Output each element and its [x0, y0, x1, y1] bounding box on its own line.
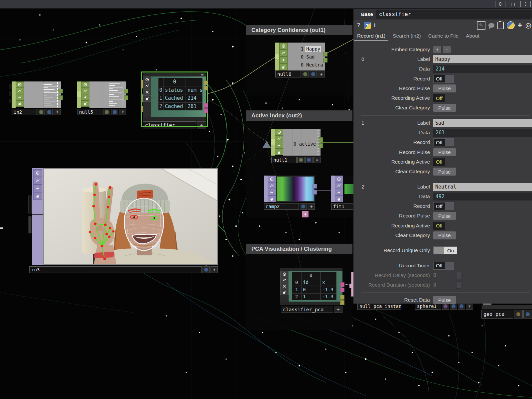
render-flag-icon[interactable]	[280, 283, 289, 289]
info-icon[interactable]: i	[374, 22, 375, 28]
node-name[interactable]: null1	[271, 157, 297, 163]
record-delay-value[interactable]: 0	[433, 272, 456, 278]
export-flag-icon[interactable]	[335, 189, 343, 196]
output-connector[interactable]	[59, 95, 63, 100]
node-flags[interactable]	[280, 271, 289, 302]
record-toggle[interactable]: Off	[433, 75, 454, 83]
record-pulse-button[interactable]: Pulse	[433, 148, 456, 156]
node-null6[interactable]: 1Happy 0Sad 0Neutra	[275, 43, 325, 70]
output-connector[interactable]	[313, 184, 317, 189]
node-name[interactable]: in2	[12, 109, 37, 115]
output-connector[interactable]	[124, 95, 128, 100]
record-pulse-button[interactable]: Pulse	[433, 212, 456, 220]
reset-data-button[interactable]: Pulse	[433, 296, 456, 304]
node-viewer[interactable]: 0 active	[283, 129, 321, 156]
remove-category-button[interactable]: -	[443, 46, 451, 53]
data-field[interactable]: 214	[433, 65, 532, 73]
node-flags[interactable]	[143, 76, 151, 117]
target-icon[interactable]: ◎	[525, 21, 531, 29]
node-null1[interactable]: 0 active	[271, 129, 321, 156]
node-flags[interactable]	[335, 176, 343, 202]
output-connector[interactable]	[340, 300, 344, 305]
maximize-icon[interactable]: ▢	[508, 1, 518, 7]
color-dot-button[interactable]	[523, 310, 532, 319]
output-connector[interactable]	[323, 58, 328, 63]
export-flag-icon[interactable]	[16, 94, 24, 100]
node-classifier-pca[interactable]: 0 0 id x 1 0 -1.3 2 1 -1.3	[280, 268, 342, 305]
node-in3[interactable]	[29, 168, 218, 265]
node-null5[interactable]	[77, 81, 126, 108]
bypass-flag-icon[interactable]	[280, 289, 289, 295]
python-help-icon[interactable]: ?	[364, 22, 371, 29]
operator-name-field[interactable]: classifier	[376, 10, 532, 19]
export-flag-icon[interactable]	[279, 57, 288, 64]
node-name[interactable]: null6	[275, 71, 301, 77]
comment-header[interactable]: Active Index (out2)	[246, 110, 352, 121]
viewer-flag-icon[interactable]	[81, 81, 89, 88]
output-connector[interactable]	[313, 190, 317, 195]
tab-record-in1[interactable]: Record (in1)	[353, 33, 389, 41]
record-timer-toggle[interactable]: Off	[433, 262, 454, 270]
node-flags[interactable]	[268, 176, 276, 202]
color-dot-button[interactable]	[111, 109, 118, 115]
output-connector[interactable]	[323, 52, 328, 57]
output-connector[interactable]	[340, 295, 344, 300]
tab-cache-to-file[interactable]: Cache to File	[425, 33, 462, 41]
viewer-flag-icon[interactable]	[275, 129, 283, 135]
node-viewer-webcam[interactable]	[43, 168, 218, 265]
node-flags[interactable]	[81, 81, 89, 108]
comment-header[interactable]: Category Confidence (out1)	[246, 25, 352, 35]
record-delay-slider[interactable]	[456, 272, 531, 279]
export-flag-icon[interactable]	[33, 185, 42, 192]
tab-search-in2[interactable]: Search (in2)	[389, 33, 424, 41]
output-connector[interactable]	[204, 80, 208, 85]
viewer-flag-icon[interactable]	[143, 76, 151, 83]
bypass-flag-icon[interactable]	[335, 196, 343, 202]
bypass-flag-icon[interactable]	[16, 100, 24, 107]
node-flags[interactable]	[275, 129, 283, 156]
output-connector[interactable]	[319, 137, 323, 142]
tab-about[interactable]: About	[462, 33, 483, 41]
star-button[interactable]	[119, 109, 126, 115]
output-connector[interactable]	[204, 103, 208, 108]
add-icon[interactable]: +	[518, 21, 522, 30]
color-dot-button[interactable]	[300, 203, 307, 210]
cook-flag-icon[interactable]	[335, 182, 343, 189]
record-duration-slider[interactable]	[456, 281, 531, 289]
output-connector[interactable]	[204, 86, 208, 90]
star-button[interactable]	[197, 121, 206, 129]
bypass-flag-icon[interactable]	[33, 192, 42, 200]
bypass-flag-icon[interactable]	[143, 95, 151, 102]
color-dot-button[interactable]	[202, 266, 210, 273]
record-duration-value[interactable]: 0	[433, 282, 456, 288]
clear-category-button[interactable]: Pulse	[433, 231, 456, 239]
color-dot-button[interactable]	[305, 157, 313, 163]
dock-down-icon[interactable]: ⇩	[520, 1, 531, 7]
label-input[interactable]: Neutral	[433, 183, 532, 191]
node-name[interactable]: classifier	[143, 121, 196, 129]
add-category-button[interactable]: +	[433, 46, 441, 53]
comment-header[interactable]: PCA Visualization / Clustering	[246, 244, 352, 254]
node-viewer[interactable]	[89, 81, 126, 108]
record-toggle[interactable]: Off	[433, 202, 454, 210]
node-flags[interactable]	[32, 168, 43, 265]
star-button[interactable]	[318, 71, 325, 77]
node-viewer[interactable]	[24, 81, 61, 108]
color-dot-button[interactable]	[46, 109, 53, 115]
output-connector[interactable]	[340, 288, 344, 292]
bypass-flag-icon[interactable]	[279, 64, 288, 70]
cook-flag-icon[interactable]	[33, 177, 42, 185]
label-input[interactable]: Sad	[433, 119, 532, 127]
render-flag-icon[interactable]	[143, 89, 151, 95]
color-dot-button[interactable]	[103, 109, 110, 115]
output-connector[interactable]	[124, 89, 128, 93]
viewer-flag-icon[interactable]	[16, 81, 24, 88]
bypass-flag-icon[interactable]	[268, 196, 276, 202]
color-dot-button[interactable]	[302, 71, 309, 77]
node-name[interactable]: null5	[77, 109, 102, 115]
viewer-flag-icon[interactable]	[33, 169, 42, 177]
node-viewer-ramp-gradient[interactable]	[276, 176, 315, 202]
node-name[interactable]: in3	[29, 266, 202, 273]
node-name[interactable]: ramp2	[264, 203, 299, 210]
export-flag-icon[interactable]	[275, 142, 283, 149]
